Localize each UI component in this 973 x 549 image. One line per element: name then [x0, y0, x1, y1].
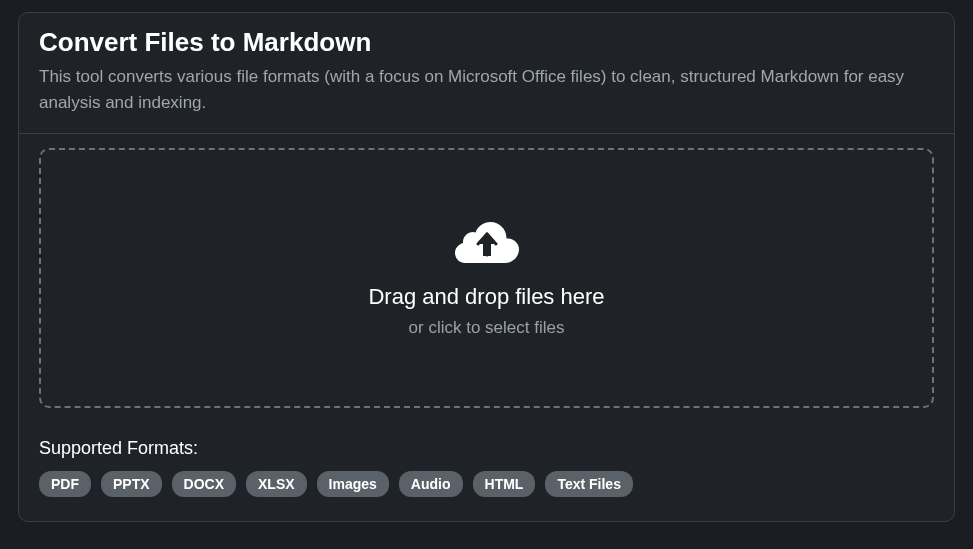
- format-badge: HTML: [473, 471, 536, 497]
- dropzone-primary-text: Drag and drop files here: [368, 284, 604, 310]
- format-badge: XLSX: [246, 471, 307, 497]
- card-body: Drag and drop files here or click to sel…: [19, 134, 954, 521]
- format-badge: Images: [317, 471, 389, 497]
- converter-card: Convert Files to Markdown This tool conv…: [18, 12, 955, 522]
- format-badge: PPTX: [101, 471, 162, 497]
- format-badge: Audio: [399, 471, 463, 497]
- card-header: Convert Files to Markdown This tool conv…: [19, 13, 954, 134]
- page-description: This tool converts various file formats …: [39, 64, 934, 115]
- file-dropzone[interactable]: Drag and drop files here or click to sel…: [39, 148, 934, 408]
- supported-formats-label: Supported Formats:: [39, 438, 934, 459]
- format-badge: DOCX: [172, 471, 236, 497]
- dropzone-secondary-text: or click to select files: [409, 318, 565, 338]
- format-badge: PDF: [39, 471, 91, 497]
- page-title: Convert Files to Markdown: [39, 27, 934, 58]
- format-badge: Text Files: [545, 471, 633, 497]
- cloud-upload-icon: [455, 218, 519, 266]
- supported-formats-row: PDF PPTX DOCX XLSX Images Audio HTML Tex…: [39, 471, 934, 497]
